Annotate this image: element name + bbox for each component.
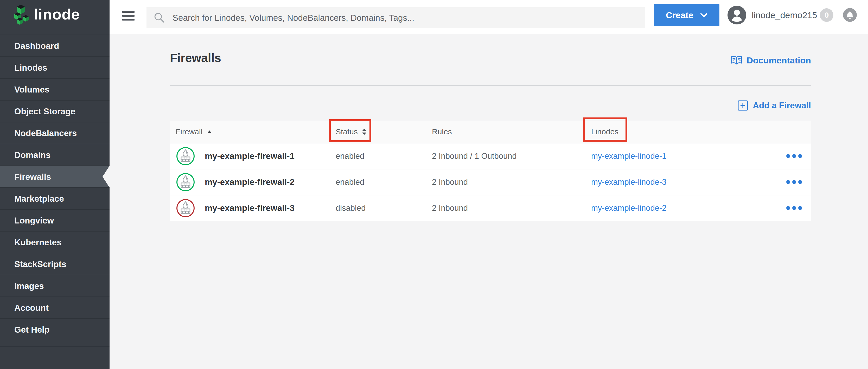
sidebar-item-domains[interactable]: Domains bbox=[0, 144, 110, 166]
documentation-label: Documentation bbox=[747, 55, 811, 66]
book-icon bbox=[731, 55, 743, 65]
ellipsis-icon bbox=[786, 206, 790, 210]
sidebar-item-linodes[interactable]: Linodes bbox=[0, 56, 110, 78]
firewalls-table: Firewall Status Rules bbox=[170, 121, 811, 222]
firewall-name-link[interactable]: my-example-firewall-3 bbox=[205, 203, 294, 213]
user-avatar-icon bbox=[727, 6, 746, 25]
row-actions-button[interactable] bbox=[784, 152, 804, 160]
main-content: Firewalls Documentation bbox=[110, 34, 868, 369]
firewall-enabled-icon bbox=[176, 172, 195, 192]
sort-icon bbox=[362, 128, 367, 135]
ellipsis-icon bbox=[786, 154, 790, 158]
firewall-disabled-icon bbox=[176, 198, 195, 218]
documentation-link[interactable]: Documentation bbox=[731, 54, 811, 67]
rules-value: 2 Inbound / 1 Outbound bbox=[432, 152, 517, 161]
rules-value: 2 Inbound bbox=[432, 203, 468, 213]
sidebar-item-kubernetes[interactable]: Kubernetes bbox=[0, 231, 110, 253]
plus-square-icon bbox=[738, 100, 748, 111]
linode-cloud-manager: linode Dashboard Linodes Volumes Object … bbox=[0, 0, 868, 369]
table-header-row: Firewall Status Rules bbox=[170, 121, 811, 143]
create-button-label: Create bbox=[666, 10, 693, 20]
firewalls-page: Firewalls Documentation bbox=[170, 34, 811, 369]
hamburger-menu-button[interactable] bbox=[122, 11, 134, 21]
user-avatar[interactable] bbox=[727, 6, 746, 25]
column-header-linodes: Linodes bbox=[588, 121, 771, 143]
linode-logo[interactable]: linode bbox=[12, 5, 80, 25]
rules-value: 2 Inbound bbox=[432, 177, 468, 187]
firewall-name-link[interactable]: my-example-firewall-2 bbox=[205, 177, 294, 187]
status-value: disabled bbox=[336, 203, 366, 213]
bell-icon bbox=[843, 8, 857, 22]
sort-ascending-icon bbox=[207, 130, 212, 133]
search-input[interactable] bbox=[172, 7, 640, 29]
row-actions-button[interactable] bbox=[784, 204, 804, 212]
create-button[interactable]: Create bbox=[654, 4, 719, 26]
sidebar-item-get-help[interactable]: Get Help bbox=[0, 318, 110, 340]
topbar: Create linode_demo215 0 bbox=[110, 0, 868, 34]
sidebar-item-volumes[interactable]: Volumes bbox=[0, 78, 110, 100]
sidebar: linode Dashboard Linodes Volumes Object … bbox=[0, 0, 110, 369]
sidebar-item-firewalls[interactable]: Firewalls bbox=[0, 166, 110, 187]
linode-cubes-icon bbox=[12, 5, 30, 25]
sidebar-item-nodebalancers[interactable]: NodeBalancers bbox=[0, 122, 110, 144]
linode-link[interactable]: my-example-linode-2 bbox=[591, 203, 666, 213]
table-row: my-example-firewall-3 disabled 2 Inbound… bbox=[170, 195, 811, 222]
username-label[interactable]: linode_demo215 bbox=[752, 10, 817, 20]
firewall-enabled-icon bbox=[176, 146, 195, 166]
ellipsis-icon bbox=[786, 180, 790, 184]
sidebar-item-object-storage[interactable]: Object Storage bbox=[0, 100, 110, 122]
sidebar-divider bbox=[0, 346, 110, 347]
sidebar-item-marketplace[interactable]: Marketplace bbox=[0, 187, 110, 209]
notification-count-badge[interactable]: 0 bbox=[820, 8, 833, 22]
sidebar-item-stackscripts[interactable]: StackScripts bbox=[0, 253, 110, 275]
sidebar-item-account[interactable]: Account bbox=[0, 297, 110, 318]
sidebar-item-dashboard[interactable]: Dashboard bbox=[0, 35, 110, 56]
column-header-firewall[interactable]: Firewall bbox=[170, 121, 331, 143]
column-header-status[interactable]: Status bbox=[331, 121, 428, 143]
logo-wordmark: linode bbox=[34, 5, 80, 23]
status-value: enabled bbox=[336, 177, 364, 187]
linode-link[interactable]: my-example-linode-1 bbox=[591, 152, 666, 161]
page-title: Firewalls bbox=[170, 51, 221, 65]
sidebar-nav: Dashboard Linodes Volumes Object Storage… bbox=[0, 35, 110, 340]
global-search bbox=[147, 7, 645, 28]
firewall-name-link[interactable]: my-example-firewall-1 bbox=[205, 151, 294, 161]
chevron-down-icon bbox=[700, 13, 708, 18]
row-actions-button[interactable] bbox=[784, 178, 804, 186]
sidebar-item-images[interactable]: Images bbox=[0, 275, 110, 297]
table-row: my-example-firewall-2 enabled 2 Inbound … bbox=[170, 169, 811, 195]
status-value: enabled bbox=[336, 152, 364, 161]
table-row: my-example-firewall-1 enabled 2 Inbound … bbox=[170, 143, 811, 169]
search-icon bbox=[153, 12, 165, 24]
header-divider bbox=[170, 85, 811, 86]
notifications-button[interactable] bbox=[843, 8, 857, 22]
add-firewall-button[interactable]: Add a Firewall bbox=[738, 99, 811, 112]
column-header-rules: Rules bbox=[428, 121, 588, 143]
sidebar-item-longview[interactable]: Longview bbox=[0, 209, 110, 231]
linode-link[interactable]: my-example-linode-3 bbox=[591, 177, 666, 187]
add-firewall-label: Add a Firewall bbox=[753, 101, 811, 110]
column-header-actions bbox=[771, 121, 811, 143]
